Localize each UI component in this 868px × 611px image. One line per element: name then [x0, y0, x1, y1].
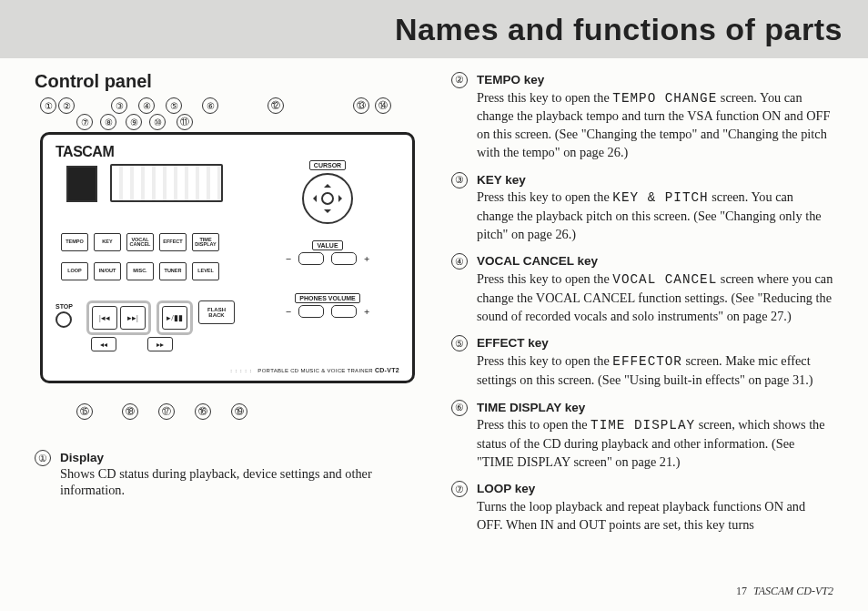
item-6-mono: TIME DISPLAY — [590, 418, 695, 433]
disc-slot-icon — [66, 166, 97, 202]
item-4: ④ VOCAL CANCEL key Press this key to ope… — [451, 252, 833, 325]
stop-label: STOP — [56, 303, 73, 310]
item-6-pre: Press this to open the — [477, 417, 590, 432]
model-prefix: PORTABLE CD MUSIC & VOICE TRAINER — [257, 368, 373, 373]
page-number: 17 — [736, 585, 747, 597]
item-3-num: ③ — [451, 172, 468, 188]
item-3-mono: KEY & PITCH — [612, 190, 708, 205]
callout-7: ⑦ — [76, 114, 93, 130]
skip-group: |◂◂ ▸▸| — [86, 300, 151, 335]
item-1-desc: Shows CD status during playback, device … — [60, 466, 372, 497]
model-line: : : : : : PORTABLE CD MUSIC & VOICE TRAI… — [230, 367, 399, 373]
play-pause-icon: ▸/▮▮ — [162, 306, 187, 330]
loop-button: LOOP — [61, 262, 88, 280]
page-footer: 17 TASCAM CD-VT2 — [736, 585, 833, 598]
callout-11: ⑪ — [177, 114, 193, 130]
item-5-mono: EFFECTOR — [612, 354, 682, 369]
cursor-control: CURSOR — [259, 155, 396, 224]
item-4-num: ④ — [451, 253, 468, 270]
key-button: KEY — [94, 233, 121, 251]
callout-10: ⑩ — [149, 114, 166, 130]
callout-row-top: ① ② ③ ④ ⑤ ⑥ ⑦ ⑧ ⑨ ⑩ ⑪ ⑫ ⑬ ⑭ — [35, 97, 422, 117]
item-2-title: TEMPO key — [477, 73, 544, 87]
time-display-button: TIME DISPLAY — [192, 233, 219, 251]
page-title: Names and functions of parts — [395, 12, 843, 47]
button-row-2: LOOP IN/OUT MISC. TUNER LEVEL — [61, 262, 219, 280]
header-bar: Names and functions of parts — [0, 0, 868, 58]
callout-13: ⑬ — [353, 97, 369, 114]
phones-volume-control: PHONES VOLUME −+ — [259, 288, 396, 318]
prev-track-icon: |◂◂ — [92, 306, 117, 330]
right-column: ② TEMPO key Press this key to open the T… — [451, 71, 833, 544]
callout-9: ⑨ — [126, 114, 142, 130]
effect-button: EFFECT — [159, 233, 187, 251]
brand-logo: TASCAM — [56, 144, 114, 160]
item-7: ⑦ LOOP key Turns the loop playback and r… — [451, 480, 833, 534]
button-row-1: TEMPO KEY VOCAL CANCEL EFFECT TIME DISPL… — [61, 233, 219, 251]
item-7-title: LOOP key — [477, 482, 535, 495]
inout-button: IN/OUT — [94, 262, 121, 280]
phones-plus-icon — [331, 305, 357, 318]
stop-button-icon — [56, 311, 72, 328]
callout-4: ④ — [138, 97, 155, 114]
lcd-display-icon — [110, 164, 223, 202]
phones-label: PHONES VOLUME — [295, 293, 359, 303]
cursor-label: CURSOR — [309, 160, 346, 170]
item-1-num: ① — [35, 450, 51, 466]
vocal-cancel-button: VOCAL CANCEL — [126, 233, 154, 251]
callout-8: ⑧ — [100, 114, 116, 130]
item-1: ① Display Shows CD status during playbac… — [35, 449, 424, 498]
tuner-button: TUNER — [159, 262, 187, 280]
rewind-icon: ◂◂ — [91, 337, 116, 351]
flashback-button: FLASH BACK — [198, 300, 235, 324]
control-panel-diagram: ① ② ③ ④ ⑤ ⑥ ⑦ ⑧ ⑨ ⑩ ⑪ ⑫ ⑬ ⑭ TASCAM — [35, 97, 422, 423]
item-1-title: Display — [60, 451, 104, 464]
phones-minus-icon — [298, 305, 324, 318]
callout-17: ⑰ — [158, 403, 175, 420]
item-2-pre: Press this key to open the — [477, 90, 612, 105]
item-4-title: VOCAL CANCEL key — [477, 254, 598, 268]
callout-1: ① — [40, 97, 56, 114]
item-5-num: ⑤ — [451, 335, 468, 351]
item-5-pre: Press this key to open the — [477, 353, 612, 368]
model-number: CD-VT2 — [375, 367, 399, 373]
value-label: VALUE — [312, 240, 342, 250]
item-2-num: ② — [451, 72, 468, 88]
item-5-title: EFFECT key — [477, 336, 549, 350]
misc-button: MISC. — [126, 262, 154, 280]
tempo-button: TEMPO — [61, 233, 88, 251]
callout-16: ⑯ — [195, 403, 211, 420]
transport-controls: |◂◂ ▸▸| ▸/▮▮ FLASH BACK — [86, 300, 235, 335]
item-7-num: ⑦ — [451, 481, 468, 497]
seek-row: ◂◂ ▸▸ — [91, 337, 173, 351]
level-button: LEVEL — [192, 262, 219, 280]
left-column: Control panel ① ② ③ ④ ⑤ ⑥ ⑦ ⑧ ⑨ ⑩ ⑪ ⑫ ⑬ … — [35, 71, 424, 544]
callout-19: ⑲ — [231, 403, 247, 420]
content: Control panel ① ② ③ ④ ⑤ ⑥ ⑦ ⑧ ⑨ ⑩ ⑪ ⑫ ⑬ … — [0, 58, 868, 544]
item-2-mono: TEMPO CHANGE — [612, 91, 717, 106]
footer-product: TASCAM CD-VT2 — [753, 585, 833, 597]
value-control: VALUE −+ — [259, 235, 396, 265]
callout-15: ⑮ — [76, 403, 93, 420]
callout-12: ⑫ — [267, 97, 284, 114]
callout-row-bottom: ⑮ ⑱ ⑰ ⑯ ⑲ — [35, 403, 422, 423]
item-4-pre: Press this key to open the — [477, 271, 612, 286]
item-2: ② TEMPO key Press this key to open the T… — [451, 71, 833, 162]
item-6-title: TIME DISPLAY key — [477, 401, 585, 414]
left-items: ① Display Shows CD status during playbac… — [35, 449, 424, 498]
item-3-pre: Press this key to open the — [477, 189, 612, 204]
forward-icon: ▸▸ — [147, 337, 173, 351]
callout-6: ⑥ — [202, 97, 218, 114]
value-minus-icon — [298, 252, 324, 265]
callout-5: ⑤ — [166, 97, 182, 114]
value-plus-icon — [331, 252, 357, 265]
play-group: ▸/▮▮ — [156, 300, 193, 335]
item-6: ⑥ TIME DISPLAY key Press this to open th… — [451, 399, 833, 472]
dpad-icon — [302, 173, 353, 224]
stop-control: STOP — [56, 303, 73, 328]
item-3: ③ KEY key Press this key to open the KEY… — [451, 171, 833, 244]
item-6-num: ⑥ — [451, 400, 468, 416]
section-subhead: Control panel — [35, 71, 424, 92]
item-7-post: Turns the loop playback and repeat playb… — [477, 499, 805, 532]
callout-3: ③ — [111, 97, 127, 114]
